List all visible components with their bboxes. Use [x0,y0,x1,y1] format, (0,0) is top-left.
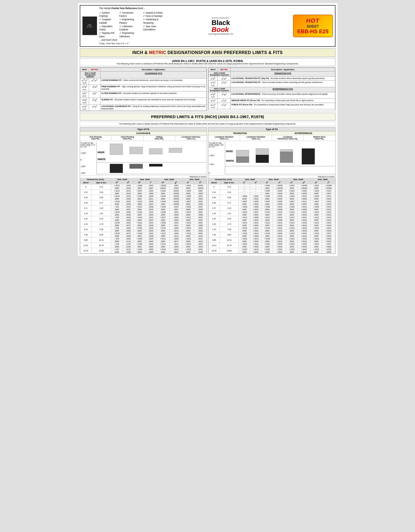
left-data-table: Nominal Dia. (inch) Hole Shaft Hole Shaf… [80,178,207,253]
lt5-subheader: Locational TransitionClass LT5 [240,135,272,141]
interference-group-label: INTERFERENCE [272,131,335,135]
loc-clearance-subheader: Locational ClearanceClass LC2 [175,135,207,141]
int-inch-1: H7/p6(Ln2) [208,92,217,99]
clearance-desc-4: SLIDING FIT - Accurate location where co… [100,98,207,105]
col1-item2: Tungsten Carbide [99,18,116,25]
y-top: To scale for dia-meter range 0.71"to 1.1… [81,142,97,148]
n6-lt5: n6 [273,181,286,184]
clearance-inch-4: H6/g5(Rc2) [80,98,89,105]
left-type-fit-header: Type of Fit [80,127,207,131]
hot-sheet-area: HOT SHEET EBB-HS E25 [274,15,333,37]
right-table-row: 4.737.09+.0016+.0011+.0016+.0022+.0016+.… [208,227,335,229]
left-chart-area: To scale for dia-meter range 0.71"to 1.1… [80,141,207,176]
y-004-neg: -.004" [81,172,97,174]
black-book-logo: Black Book [212,19,230,33]
main-title: INCH & METRIC DESIGNATIONSFOR ANSI PREFE… [80,48,336,57]
bar-lc-hole [169,148,182,153]
col3-item3: Hardening & Tempering [143,18,164,25]
trans-desc-2: LOCATIONAL TRANSITION FIT - More accurat… [230,81,335,87]
right-table-row: 1.191.97+.0010+.0007+.0010+.0013+.0010+.… [208,211,335,213]
holes-label-left: HOLES [97,151,105,153]
hole-shaft-lc2: Hole Shaft [182,178,207,181]
book-word: Book [212,26,229,34]
shafts-label-left: SHAFTS [97,158,106,160]
header-text-block: The Handy Pocket Size Reference Book ...… [99,7,167,45]
h7-lt3: H7 [238,181,250,184]
pref-desc: The following chart covers a simple sele… [80,122,336,126]
tol-label-right: Tolerances in inches [208,176,335,178]
hole-shaft-header-int: Hole & ShaftDesignation Symbols [208,87,230,92]
clearance-desc-2: FREE RUNNING FIT - High running speeds, … [100,85,207,92]
transition-group-label: TRANSITION [208,131,272,135]
clearance-inch-5: H7/h6(Lc2) [80,104,89,111]
clearance-inch-2: H9/d8(Rc7) [80,85,89,92]
clearance-row-5: H7/h6(Lc2) H7/h6 LOCATIONAL CLEARANCE FI… [80,104,207,111]
y-002-neg: -.002" [81,165,97,168]
inch-header-r: INCH [208,68,217,71]
right-y-0: 0 [209,172,225,174]
right-table-row: 0.120.24––+.0005+.0006+.0005+.0008+.0005… [208,189,335,192]
clearance-table: INCH METRIC Description / Application Ho… [80,68,207,111]
fn2-subheader: Medium DriveClass FN2 [304,135,335,141]
d8-header: d8 [123,181,133,184]
int-desc-3: FORCE FIT (Press Fit) - For assembly of … [230,103,335,109]
title-part3: FOR ANSI PREFERRED LIMITS & FITS [201,50,283,55]
hot-label: HOT [297,17,329,24]
header: EBBBOOK The Handy Pocket Size Reference … [80,5,336,47]
trans-inch-1: H7/k6 [208,76,217,81]
clearance-desc-5: LOCATIONAL CLEARANCE FIT - Snug fit for … [100,104,207,111]
h7-fn2: H7 [311,181,322,184]
transition-header: TRANSITION FITS [230,71,335,76]
col2-item3: Lubricants-Coolants [119,25,140,32]
sheet-label: SHEET [297,24,329,28]
ebb-label: EBB-HS E25 [297,28,329,35]
interference-row-2: H7/s6 H7/s6 MEDIUM DRIVE FIT (Press Fit)… [208,99,335,103]
g5-header: g5 [170,181,182,184]
bar-sl-hole [149,148,162,154]
hole-shaft-header-right: Hole & ShaftDesignation Symbols [208,71,230,76]
col1-item1: Surface Coatings [99,11,116,18]
right-type-fit-header: Type of Fit [208,127,335,131]
hole-shaft-lt3: Hole Shaft [238,178,261,181]
col2-item1: Conversion Factors [119,11,140,18]
book-cover-image: EBBBOOK [82,16,97,35]
y-002-pos: +.002" [81,152,97,154]
clearance-row-2: H9/d8(Rc7) H9/d9 FREE RUNNING FIT - High… [80,85,207,92]
transition-row-1: H7/k6 H7/k6 LOCATIONAL TRANSITION FIT (T… [208,76,335,81]
title-part1: INCH & [132,50,149,55]
col3-item2: Keys & Keyways [143,14,164,18]
close-running-subheader: Close RunningClass RC4 [112,135,144,141]
bar-lt5-shaft [256,155,269,163]
clearance-group-label: CLEARANCE [80,131,207,135]
int-desc-2: MEDIUM DRIVE FIT (Press Fit) - For assem… [230,99,335,103]
right-table-row: 15.7519.69+.0025+.0018+.0025+.0034+.0025… [208,248,335,251]
s6-fn2: s6 [322,181,335,184]
ansi-header: (ANSI B4.1-1967, R1979) & (ANSI B4.2-197… [80,58,336,66]
int-inch-2: H7/s6 [208,99,217,103]
bar-fn2-shaft [302,148,315,164]
int-inch-3: H7/u6(Fn4) [208,103,217,109]
f7-header: f7 [145,181,156,184]
left-y-axis: To scale for dia-meter range 0.71"to 1.1… [81,142,97,174]
bar-fr-shaft [110,164,123,173]
tol-label-left: Tolerances in inches [80,176,207,178]
clearance-row-1: H10/c9(Rc8) H11/c11 LOOSE RUNNING FIT - … [80,78,207,85]
left-table-row: 0.711.19+.002-.0025+.0012-.0008+.0005-.0… [80,205,207,208]
right-y-001: +.001 [209,163,225,165]
right-table-row: 7.099.85+.0018+.0014+.0018+.0026+.0018+.… [208,232,335,235]
clearance-metric-3: H8/f7 [89,91,100,98]
left-table-row: 0.120.24+.0012-.0012+.0007-.0004+.0003-.… [80,189,207,192]
ansi-line2: The following chart covers a selection o… [81,63,334,65]
bar-lt3-shaft [236,156,249,163]
header-book: EBBBOOK The Handy Pocket Size Reference … [82,7,167,45]
nominal-dia-header-right: Nominal Dia. (inch) [208,178,238,181]
transition-row-2: H7/n6(Lt5) H7/n6 LOCATIONAL TRANSITION F… [208,81,335,87]
int-metric-1: H7/p6 [217,92,230,99]
right-sub-headers: Locational TransitionClass LT3 Locationa… [208,135,335,141]
left-table-row: 7.099.85+.0045-.0070+.0028-.0020+.0012-.… [80,232,207,235]
above-header-right: Above [208,181,220,184]
desc-header-r: Description / Application [230,68,335,71]
right-table-row: 0.240.40+.0006+.0005+.0006+.0008+.0006+.… [208,195,335,197]
title-part2: DESIGNATIONS [166,50,201,55]
hole-shaft-lt5: Hole Shaft [261,178,286,181]
